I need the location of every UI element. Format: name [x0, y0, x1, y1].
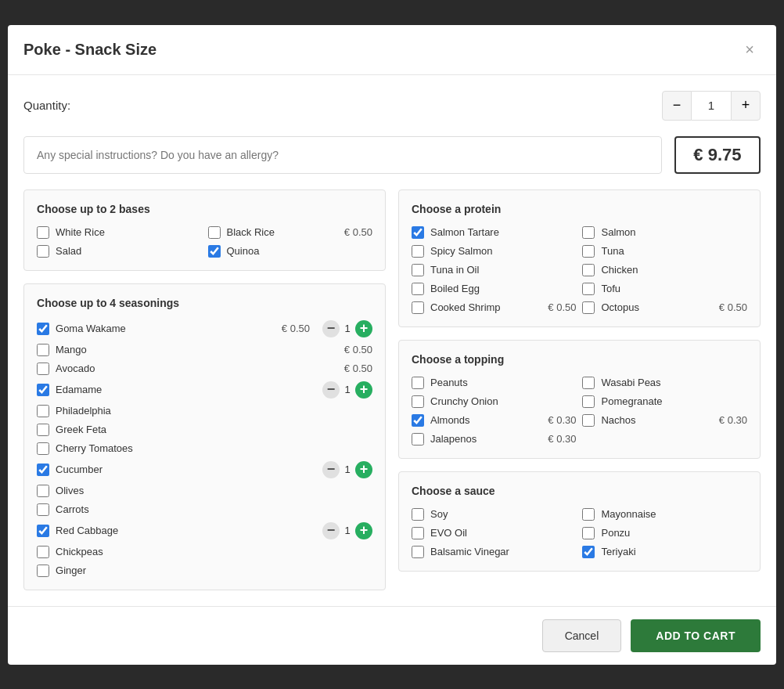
protein-chicken-checkbox[interactable] — [582, 264, 595, 276]
topping-pomegranate-label: Pomegranate — [601, 395, 747, 407]
sauce-teriyaki-label: Teriyaki — [601, 546, 747, 557]
protein-salmon-checkbox[interactable] — [582, 226, 595, 239]
seasoning-goma-wakame-price: € 0.50 — [282, 323, 310, 334]
modal-header: Poke - Snack Size × — [8, 25, 776, 75]
seasoning-greek-feta-checkbox[interactable] — [37, 424, 49, 436]
seasoning-cucumber-increase[interactable]: + — [355, 461, 372, 478]
list-item: Avocado € 0.50 — [37, 363, 372, 375]
topping-almonds-price: € 0.30 — [548, 414, 576, 426]
seasoning-olives-label: Olives — [56, 485, 372, 496]
list-item: Chickpeas — [37, 546, 372, 558]
seasoning-goma-wakame-checkbox[interactable] — [37, 323, 49, 335]
list-item: Salmon Tartare — [412, 226, 576, 239]
sauces-section: Choose a sauce Soy Mayonnaise EVO Oil Po… — [398, 471, 761, 572]
right-column: Choose a protein Salmon Tartare Salmon S… — [398, 189, 761, 572]
topping-almonds-checkbox[interactable] — [412, 414, 424, 427]
list-item: Mayonnaise — [582, 508, 747, 521]
seasoning-edamame-checkbox[interactable] — [37, 384, 49, 396]
seasoning-edamame-stepper: − 1 + — [322, 381, 372, 399]
protein-cooked-shrimp-label: Cooked Shrimp — [430, 301, 538, 313]
seasoning-ginger-checkbox[interactable] — [37, 565, 49, 577]
list-item: Salmon — [582, 226, 747, 239]
quantity-decrease-button[interactable]: − — [662, 91, 692, 121]
seasoning-cucumber-decrease[interactable]: − — [322, 461, 340, 478]
seasoning-mango-label: Mango — [56, 344, 338, 355]
topping-wasabi-peas-checkbox[interactable] — [582, 377, 595, 389]
sauce-evo-oil-label: EVO Oil — [430, 527, 576, 539]
protein-tuna-checkbox[interactable] — [582, 245, 595, 258]
protein-tofu-label: Tofu — [601, 283, 747, 294]
seasoning-cucumber-checkbox[interactable] — [37, 464, 49, 476]
protein-octopus-label: Octopus — [601, 301, 709, 313]
sauce-teriyaki-checkbox[interactable] — [582, 546, 595, 558]
seasoning-goma-wakame-label: Goma Wakame — [56, 323, 275, 334]
list-item: Crunchy Onion — [412, 395, 576, 408]
seasoning-goma-wakame-stepper: − 1 + — [322, 320, 372, 337]
seasonings-section: Choose up to 4 seasonings Goma Wakame € … — [23, 283, 386, 590]
seasoning-red-cabbage-decrease[interactable]: − — [322, 522, 340, 539]
topping-peanuts-checkbox[interactable] — [412, 377, 424, 389]
protein-cooked-shrimp-checkbox[interactable] — [412, 301, 424, 314]
topping-nachos-price: € 0.30 — [719, 414, 747, 426]
bases-options: White Rice Black Rice € 0.50 Salad Quino… — [37, 226, 372, 258]
modal: Poke - Snack Size × Quantity: − 1 + € 9.… — [8, 25, 776, 665]
proteins-title: Choose a protein — [412, 203, 747, 215]
protein-boiled-egg-checkbox[interactable] — [412, 283, 424, 295]
add-to-cart-button[interactable]: ADD TO CART — [631, 619, 761, 652]
seasoning-mango-checkbox[interactable] — [37, 344, 49, 356]
base-quinoa-checkbox[interactable] — [208, 245, 221, 258]
quantity-increase-button[interactable]: + — [731, 91, 761, 121]
seasoning-avocado-label: Avocado — [56, 363, 338, 374]
sauce-balsamic-vinegar-checkbox[interactable] — [412, 546, 424, 558]
base-white-rice-checkbox[interactable] — [37, 226, 49, 239]
seasoning-philadelphia-checkbox[interactable] — [37, 405, 49, 417]
seasoning-edamame-increase[interactable]: + — [355, 381, 372, 399]
seasoning-red-cabbage-checkbox[interactable] — [37, 525, 49, 537]
sauce-soy-checkbox[interactable] — [412, 508, 424, 521]
protein-spicy-salmon-checkbox[interactable] — [412, 245, 424, 258]
sauces-options: Soy Mayonnaise EVO Oil Ponzu Balsamic Vi… — [412, 508, 747, 558]
seasoning-cherry-tomatoes-checkbox[interactable] — [37, 442, 49, 455]
base-salad-checkbox[interactable] — [37, 245, 49, 258]
topping-wasabi-peas-label: Wasabi Peas — [601, 377, 747, 388]
topping-jalapenos-label: Jalapenos — [430, 433, 538, 445]
topping-pomegranate-checkbox[interactable] — [582, 395, 595, 408]
topping-crunchy-onion-checkbox[interactable] — [412, 395, 424, 408]
modal-title: Poke - Snack Size — [23, 41, 156, 59]
quantity-value: 1 — [692, 91, 731, 121]
list-item: Ginger — [37, 565, 372, 577]
price-symbol: € — [693, 145, 703, 165]
protein-tuna-in-oil-checkbox[interactable] — [412, 264, 424, 276]
protein-octopus-checkbox[interactable] — [582, 301, 595, 314]
seasoning-red-cabbage-stepper: − 1 + — [322, 522, 372, 539]
toppings-section: Choose a topping Peanuts Wasabi Peas Cru… — [398, 340, 761, 459]
base-black-rice-checkbox[interactable] — [208, 226, 221, 239]
close-button[interactable]: × — [739, 38, 761, 62]
sauce-mayonnaise-checkbox[interactable] — [582, 508, 595, 521]
seasoning-goma-wakame-decrease[interactable]: − — [322, 320, 340, 337]
base-quinoa-label: Quinoa — [227, 245, 373, 257]
seasoning-red-cabbage-increase[interactable]: + — [355, 522, 372, 539]
seasoning-carrots-checkbox[interactable] — [37, 503, 49, 516]
seasoning-cucumber-stepper: − 1 + — [322, 461, 372, 478]
cancel-button[interactable]: Cancel — [542, 619, 622, 652]
sauce-ponzu-checkbox[interactable] — [582, 527, 595, 539]
topping-jalapenos-checkbox[interactable] — [412, 433, 424, 446]
list-item: EVO Oil — [412, 527, 576, 539]
seasoning-edamame-decrease[interactable]: − — [322, 381, 340, 399]
seasoning-chickpeas-checkbox[interactable] — [37, 546, 49, 558]
protein-tuna-in-oil-label: Tuna in Oil — [430, 264, 576, 276]
seasoning-goma-wakame-increase[interactable]: + — [355, 320, 372, 337]
topping-nachos-checkbox[interactable] — [582, 414, 595, 427]
seasoning-olives-checkbox[interactable] — [37, 485, 49, 497]
sauce-evo-oil-checkbox[interactable] — [412, 527, 424, 539]
protein-salmon-tartare-checkbox[interactable] — [412, 226, 424, 239]
seasoning-avocado-checkbox[interactable] — [37, 363, 49, 375]
sauce-mayonnaise-label: Mayonnaise — [601, 508, 747, 520]
protein-octopus-price: € 0.50 — [719, 301, 747, 313]
toppings-title: Choose a topping — [412, 353, 747, 366]
quantity-label: Quantity: — [23, 99, 70, 112]
list-item: Black Rice € 0.50 — [208, 226, 373, 239]
special-instructions-input[interactable] — [23, 136, 662, 174]
protein-tofu-checkbox[interactable] — [582, 283, 595, 295]
